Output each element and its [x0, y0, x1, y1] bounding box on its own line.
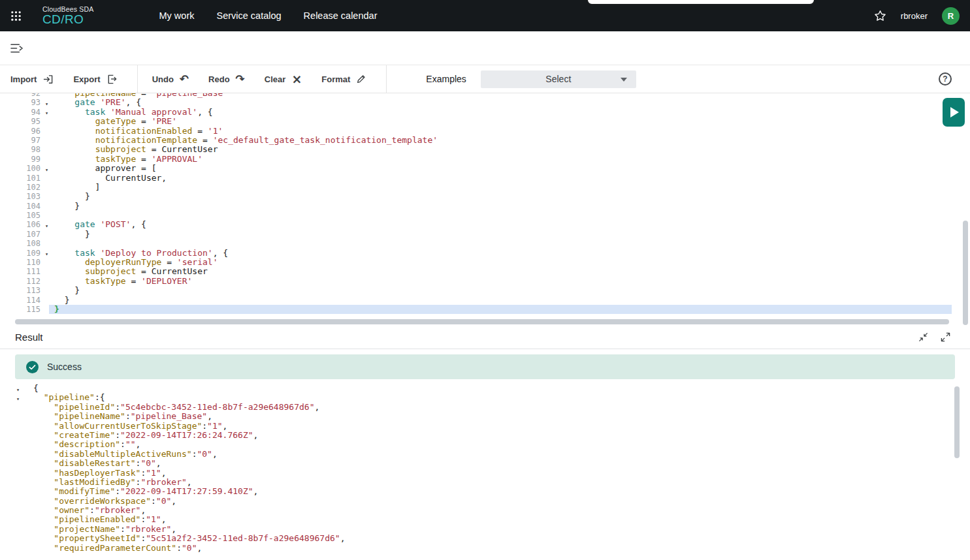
code-line[interactable]: 109▾ task 'Deploy to Production', { [15, 249, 952, 258]
code-token: , [253, 430, 259, 440]
code-token: "5c4ebcbc-3452-11ed-8b7f-a29e648967d6" [120, 402, 314, 412]
line-gutter: 114 [15, 296, 49, 305]
code-token: "1" [146, 514, 161, 524]
format-button[interactable]: Format [321, 74, 366, 84]
favorites-star-icon[interactable] [874, 10, 886, 22]
code-token: : [115, 486, 120, 496]
code-token: 'Manual approval' [110, 107, 197, 117]
nav-item-my-work[interactable]: My work [159, 10, 194, 21]
code-line[interactable]: 110 deployerRunType = 'serial' [15, 258, 952, 267]
code-line[interactable]: 104 } [15, 202, 952, 211]
code-line[interactable]: 103 } [15, 192, 952, 201]
code-line[interactable]: 92 pipelineName = 'pipeline_Base' [15, 93, 952, 98]
scrollbar-thumb[interactable] [15, 319, 949, 324]
nav-item-release-calendar[interactable]: Release calendar [304, 10, 378, 21]
brand-logo[interactable]: CloudBees SDA CD/RO [42, 6, 93, 26]
code-line[interactable]: 98 subproject = CurrentUser [15, 145, 952, 154]
code-line[interactable]: 100▾ approver = [ [15, 164, 952, 173]
run-button[interactable] [943, 98, 965, 127]
line-gutter[interactable]: 93▾ [15, 98, 49, 107]
code-line[interactable]: 112 taskType = 'DEPLOYER' [15, 277, 952, 286]
editor-horizontal-scrollbar[interactable] [15, 319, 958, 324]
code-token: "rbroker" [140, 477, 186, 487]
line-gutter: 104 [15, 202, 49, 211]
json-line: "disableMultipleActiveRuns":"0", [15, 450, 960, 459]
line-gutter: 98 [15, 145, 49, 154]
code-line[interactable]: 114 } [15, 296, 952, 305]
dsl-code-editor[interactable]: 92 pipelineName = 'pipeline_Base'93▾ gat… [0, 93, 970, 326]
line-gutter: 115 [15, 305, 49, 314]
code-line[interactable]: 96 notificationEnabled = '1' [15, 127, 952, 136]
code-token: gate [74, 219, 95, 229]
import-button[interactable]: Import [10, 74, 54, 85]
code-token: task [85, 107, 105, 117]
line-gutter[interactable]: 94▾ [15, 108, 49, 117]
code-line[interactable]: 97 notificationTemplate = 'ec_default_ga… [15, 136, 952, 145]
expand-sidebar-icon[interactable] [10, 43, 24, 54]
code-token: } [54, 295, 69, 305]
code-token: : [120, 439, 125, 449]
clear-button[interactable]: Clear × [265, 73, 302, 86]
help-icon[interactable]: ? [939, 72, 952, 86]
line-content: { [28, 384, 960, 393]
redo-button[interactable]: Redo ↷ [208, 74, 245, 85]
code-token: = CurrentUser [136, 266, 208, 276]
code-token: , { [197, 107, 212, 117]
code-line[interactable]: 113 } [15, 286, 952, 295]
line-gutter[interactable]: ▾ [15, 393, 28, 402]
code-line[interactable]: 94▾ task 'Manual approval', { [15, 108, 952, 117]
code-token: gateType [95, 116, 137, 126]
code-token: "lastModifiedBy" [33, 477, 136, 487]
code-line[interactable]: 93▾ gate 'PRE', { [15, 98, 952, 107]
line-content: "pipelineName":"pipeline_Base", [28, 412, 960, 421]
json-line: ▾ "pipeline":{ [15, 393, 960, 402]
line-gutter [15, 534, 28, 543]
line-gutter[interactable]: 109▾ [15, 249, 49, 258]
top-navigation-bar: CloudBees SDA CD/RO My work Service cata… [0, 0, 970, 31]
code-line[interactable]: 107 } [15, 230, 952, 239]
undo-button[interactable]: Undo ↶ [152, 74, 189, 85]
user-avatar[interactable]: R [942, 7, 960, 25]
code-line[interactable]: 102 ] [15, 183, 952, 192]
code-token: = [197, 135, 212, 145]
code-token: "propertySheetId" [33, 533, 140, 543]
line-gutter[interactable]: 100▾ [15, 164, 49, 173]
brand-name: CD/RO [42, 13, 93, 26]
code-line[interactable]: 101 CurrentUser, [15, 174, 952, 183]
line-gutter[interactable]: ▾ [15, 384, 28, 393]
line-content: "requiredParameterCount":"0", [28, 544, 960, 553]
line-gutter [15, 544, 28, 553]
code-line[interactable]: 111 subproject = CurrentUser [15, 267, 952, 276]
result-header-icons [918, 332, 950, 342]
json-line: "disableRestart":"0", [15, 459, 960, 468]
code-line[interactable]: 105 [15, 211, 952, 220]
result-vertical-scrollbar[interactable] [954, 386, 960, 458]
code-line[interactable]: 115} [15, 305, 952, 314]
examples-select[interactable]: Select [481, 70, 636, 88]
format-label: Format [321, 74, 350, 84]
code-token [54, 257, 85, 267]
line-gutter: 110 [15, 258, 49, 267]
collapse-panel-icon[interactable] [918, 332, 928, 342]
code-token: = [136, 154, 151, 164]
json-line: "projectName":"rbroker", [15, 525, 960, 534]
code-token: : [176, 543, 182, 553]
nav-item-service-catalog[interactable]: Service catalog [216, 10, 281, 21]
editor-vertical-scrollbar[interactable] [963, 221, 968, 325]
result-header: Result [0, 326, 970, 349]
import-icon [42, 74, 54, 85]
export-button[interactable]: Export [73, 74, 117, 85]
line-content: } [49, 286, 952, 295]
code-line[interactable]: 108 [15, 239, 952, 248]
code-token: "overrideWorkspace" [33, 496, 151, 506]
code-line[interactable]: 95 gateType = 'PRE' [15, 117, 952, 126]
username-label[interactable]: rbroker [901, 11, 928, 21]
line-gutter[interactable]: 106▾ [15, 220, 49, 229]
search-input[interactable] [587, 0, 815, 5]
play-icon [950, 107, 959, 117]
app-launcher-grid-icon[interactable] [10, 10, 22, 22]
code-line[interactable]: 99 taskType = 'APPROVAL' [15, 155, 952, 164]
code-line[interactable]: 106▾ gate 'POST', { [15, 220, 952, 229]
expand-panel-icon[interactable] [941, 332, 950, 342]
code-token [54, 135, 95, 145]
